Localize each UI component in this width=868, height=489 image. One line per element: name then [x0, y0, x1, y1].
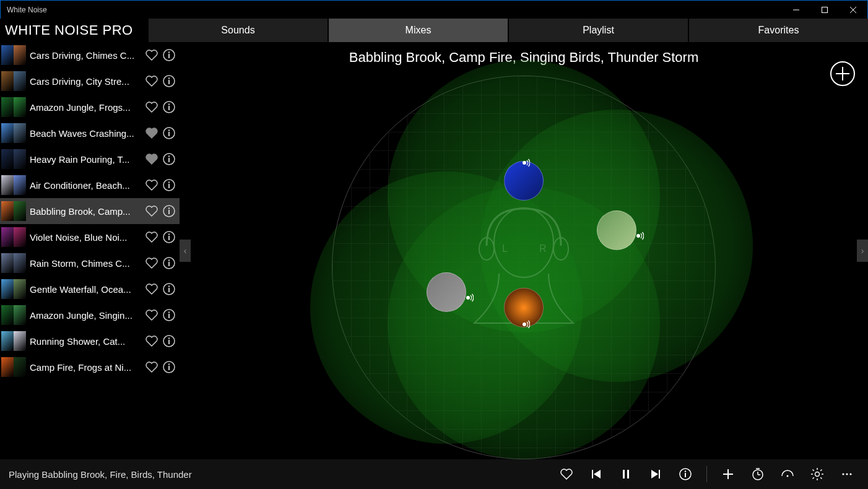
favorite-icon[interactable] — [145, 74, 158, 88]
list-item[interactable]: Amazon Jungle, Frogs... — [0, 94, 180, 120]
svg-point-62 — [685, 470, 686, 472]
info-icon[interactable] — [162, 204, 176, 218]
info-icon[interactable] — [162, 308, 176, 322]
info-icon[interactable] — [162, 100, 176, 114]
favorite-icon[interactable] — [145, 126, 158, 140]
list-item[interactable]: Running Shower, Cat... — [0, 328, 180, 354]
next-mix-button[interactable]: › — [857, 240, 868, 262]
info-icon[interactable] — [162, 126, 176, 140]
list-item[interactable]: Camp Fire, Frogs at Ni... — [0, 354, 180, 380]
pause-button[interactable] — [614, 462, 638, 487]
sleep-button[interactable] — [775, 462, 800, 487]
mix-canvas[interactable]: L R — [313, 72, 734, 459]
info-icon[interactable] — [162, 334, 176, 348]
info-button[interactable] — [673, 462, 698, 487]
info-icon[interactable] — [162, 152, 176, 166]
tab-playlist[interactable]: Playlist — [509, 19, 688, 42]
favorite-icon[interactable] — [145, 282, 158, 296]
svg-line-78 — [820, 470, 822, 471]
tab-sounds[interactable]: Sounds — [149, 19, 328, 42]
tab-favorites[interactable]: Favorites — [689, 19, 868, 42]
list-item-label: Camp Fire, Frogs at Ni... — [30, 362, 141, 373]
mix-thumbnail — [1, 305, 14, 325]
mix-thumbnail — [14, 45, 26, 65]
mix-thumbnail — [14, 279, 26, 299]
favorite-icon[interactable] — [145, 256, 158, 270]
mix-thumbnail — [14, 227, 26, 247]
svg-point-41 — [168, 363, 170, 365]
minimize-button[interactable] — [782, 1, 810, 19]
list-item[interactable]: Cars Driving, City Stre... — [0, 68, 180, 94]
info-icon[interactable] — [162, 230, 176, 244]
add-button[interactable] — [716, 462, 740, 487]
mix-thumbnail — [1, 201, 14, 221]
list-item-label: Rain Storm, Chimes C... — [30, 258, 141, 269]
info-icon[interactable] — [162, 178, 176, 192]
info-icon[interactable] — [162, 282, 176, 296]
sound-node-camp-fire[interactable] — [504, 288, 544, 327]
mix-thumbnail — [14, 201, 26, 221]
list-item-label: Cars Driving, City Stre... — [30, 76, 141, 87]
mix-thumbnail — [14, 149, 26, 169]
list-item[interactable]: Rain Storm, Chimes C... — [0, 250, 180, 276]
list-item[interactable]: Beach Waves Crashing... — [0, 120, 180, 146]
info-icon[interactable] — [162, 74, 176, 88]
favorite-icon[interactable] — [145, 360, 158, 374]
favorite-icon[interactable] — [145, 100, 158, 114]
more-button[interactable] — [835, 462, 859, 487]
list-item[interactable]: Babbling Brook, Camp... — [0, 198, 180, 224]
list-item[interactable]: Heavy Rain Pouring, T... — [0, 146, 180, 172]
list-item-label: Running Shower, Cat... — [30, 336, 141, 347]
broadcast-icon — [462, 292, 474, 304]
timer-button[interactable] — [745, 462, 770, 487]
list-item[interactable]: Gentle Waterfall, Ocea... — [0, 276, 180, 302]
close-button[interactable] — [839, 1, 867, 19]
favorite-button[interactable] — [554, 462, 579, 487]
list-item[interactable]: Air Conditioner, Beach... — [0, 172, 180, 198]
info-icon[interactable] — [162, 256, 176, 270]
mix-thumbnail — [1, 357, 14, 377]
favorite-icon[interactable] — [145, 308, 158, 322]
svg-point-38 — [168, 337, 170, 339]
info-icon[interactable] — [162, 48, 176, 62]
sound-node-singing-birds[interactable] — [597, 210, 636, 250]
svg-line-76 — [813, 470, 814, 471]
svg-point-52 — [636, 234, 640, 238]
list-item[interactable]: Cars Driving, Chimes C... — [0, 42, 180, 68]
prev-track-button[interactable] — [584, 462, 609, 487]
separator — [706, 466, 707, 482]
favorite-icon[interactable] — [145, 204, 158, 218]
favorite-icon[interactable] — [145, 230, 158, 244]
sound-node-babbling-brook[interactable] — [427, 272, 466, 312]
svg-point-26 — [168, 233, 170, 235]
add-sound-button[interactable] — [830, 61, 856, 87]
list-item[interactable]: Amazon Jungle, Singin... — [0, 302, 180, 328]
broadcast-icon — [518, 318, 531, 331]
mixes-list[interactable]: Cars Driving, Chimes C...Cars Driving, C… — [0, 42, 180, 459]
svg-point-70 — [787, 475, 789, 477]
mix-thumbnail — [1, 227, 14, 247]
svg-point-53 — [466, 296, 470, 300]
window-title: White Noise — [7, 6, 782, 14]
svg-point-29 — [168, 259, 170, 261]
svg-rect-1 — [822, 7, 828, 12]
mix-thumbnail — [14, 331, 26, 351]
favorite-icon[interactable] — [145, 178, 158, 192]
sound-node-thunder-storm[interactable] — [504, 161, 544, 201]
favorite-icon[interactable] — [145, 334, 158, 348]
svg-point-46 — [494, 208, 553, 277]
list-item-label: Air Conditioner, Beach... — [30, 180, 141, 191]
svg-point-8 — [168, 77, 170, 79]
svg-point-23 — [168, 207, 170, 209]
prev-mix-button[interactable]: ‹ — [180, 240, 191, 262]
svg-rect-58 — [627, 470, 629, 478]
tab-mixes[interactable]: Mixes — [329, 19, 508, 42]
maximize-button[interactable] — [810, 1, 839, 19]
info-icon[interactable] — [162, 360, 176, 374]
next-track-button[interactable] — [643, 462, 668, 487]
broadcast-icon — [632, 230, 644, 242]
list-item[interactable]: Violet Noise, Blue Noi... — [0, 224, 180, 250]
favorite-icon[interactable] — [145, 48, 158, 62]
settings-button[interactable] — [805, 462, 830, 487]
favorite-icon[interactable] — [145, 152, 158, 166]
